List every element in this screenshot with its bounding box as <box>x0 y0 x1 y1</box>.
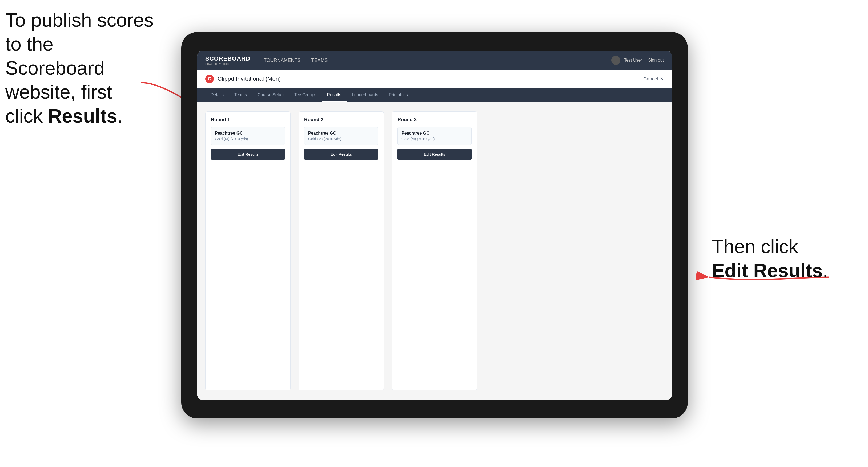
logo-area: SCOREBOARD Powered by clippd <box>205 55 250 65</box>
nav-teams[interactable]: TEAMS <box>311 58 328 63</box>
tournament-header: C Clippd Invitational (Men) Cancel ✕ <box>197 70 672 88</box>
nav-user-text: Test User | <box>624 58 644 63</box>
tab-bar: Details Teams Course Setup Tee Groups Re… <box>197 88 672 102</box>
round-1-course-name: Peachtree GC <box>215 131 281 136</box>
tab-results[interactable]: Results <box>322 88 347 102</box>
nav-tournaments[interactable]: TOURNAMENTS <box>264 58 301 63</box>
round-2-title: Round 2 <box>304 117 378 123</box>
round-2-edit-results-button[interactable]: Edit Results <box>304 149 378 160</box>
round-1-course-card: Peachtree GC Gold (M) (7010 yds) <box>211 127 285 145</box>
instruction-click-text: click Results. <box>5 105 123 127</box>
logo-sub: Powered by clippd <box>205 62 250 65</box>
round-3-course-card: Peachtree GC Gold (M) (7010 yds) <box>398 127 472 145</box>
round-3-course-details: Gold (M) (7010 yds) <box>401 137 468 141</box>
top-navigation: SCOREBOARD Powered by clippd TOURNAMENTS… <box>197 51 672 70</box>
tab-tee-groups[interactable]: Tee Groups <box>289 88 322 102</box>
nav-links: TOURNAMENTS TEAMS <box>264 58 611 63</box>
tablet-screen: SCOREBOARD Powered by clippd TOURNAMENTS… <box>197 51 672 400</box>
tab-printables[interactable]: Printables <box>383 88 413 102</box>
tab-details[interactable]: Details <box>205 88 229 102</box>
tab-leaderboards[interactable]: Leaderboards <box>347 88 383 102</box>
tab-teams[interactable]: Teams <box>229 88 252 102</box>
tournament-title: Clippd Invitational (Men) <box>218 75 281 82</box>
round-2-course-details: Gold (M) (7010 yds) <box>308 137 374 141</box>
round-1-title: Round 1 <box>211 117 285 123</box>
round-3-course-name: Peachtree GC <box>401 131 468 136</box>
rounds-grid: Round 1 Peachtree GC Gold (M) (7010 yds)… <box>197 102 672 400</box>
round-2-course-name: Peachtree GC <box>308 131 374 136</box>
round-3-card: Round 3 Peachtree GC Gold (M) (7010 yds)… <box>392 112 477 391</box>
clippd-icon: C <box>205 75 214 83</box>
round-3-edit-results-button[interactable]: Edit Results <box>398 149 472 160</box>
round-3-title: Round 3 <box>398 117 472 123</box>
round-1-course-details: Gold (M) (7010 yds) <box>215 137 281 141</box>
instruction-left: To publish scores to the Scoreboard webs… <box>5 8 155 128</box>
tab-course-setup[interactable]: Course Setup <box>252 88 289 102</box>
tablet-device: SCOREBOARD Powered by clippd TOURNAMENTS… <box>181 32 688 418</box>
instruction-right: Then click Edit Results. <box>712 235 828 283</box>
user-avatar: T <box>611 56 620 65</box>
cancel-button[interactable]: Cancel ✕ <box>643 76 664 82</box>
logo-text: SCOREBOARD <box>205 55 250 62</box>
round-1-card: Round 1 Peachtree GC Gold (M) (7010 yds)… <box>205 112 290 391</box>
tournament-title-area: C Clippd Invitational (Men) <box>205 75 281 83</box>
content-area: C Clippd Invitational (Men) Cancel ✕ Det… <box>197 70 672 400</box>
round-1-edit-results-button[interactable]: Edit Results <box>211 149 285 160</box>
round-2-card: Round 2 Peachtree GC Gold (M) (7010 yds)… <box>299 112 384 391</box>
round-2-course-card: Peachtree GC Gold (M) (7010 yds) <box>304 127 378 145</box>
nav-right: T Test User | Sign out <box>611 56 664 65</box>
nav-signout[interactable]: Sign out <box>648 58 664 63</box>
cancel-x-icon: ✕ <box>660 76 664 82</box>
